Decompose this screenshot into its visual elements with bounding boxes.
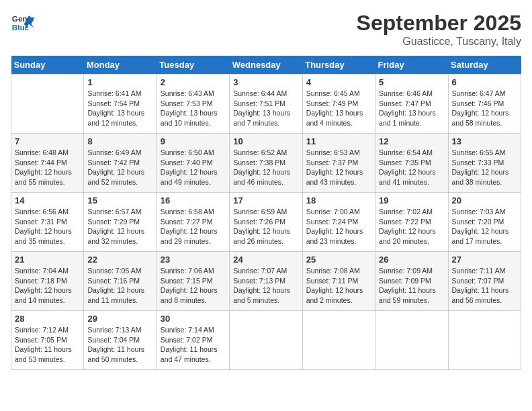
day-info: Sunrise: 7:13 AMSunset: 7:04 PMDaylight:… [87, 325, 152, 365]
day-number: 24 [233, 255, 298, 265]
calendar-cell: 16Sunrise: 6:58 AMSunset: 7:27 PMDayligh… [157, 193, 229, 252]
calendar-cell: 29Sunrise: 7:13 AMSunset: 7:04 PMDayligh… [84, 311, 157, 370]
calendar-cell: 8Sunrise: 6:49 AMSunset: 7:42 PMDaylight… [84, 134, 157, 193]
weekday-header: Thursday [302, 56, 375, 75]
day-info: Sunrise: 6:45 AMSunset: 7:49 PMDaylight:… [306, 89, 371, 128]
calendar-cell [302, 311, 375, 370]
day-number: 3 [233, 77, 298, 87]
day-number: 2 [161, 77, 226, 87]
day-info: Sunrise: 6:48 AMSunset: 7:44 PMDaylight:… [15, 148, 80, 187]
calendar-cell [448, 311, 521, 370]
day-number: 20 [452, 195, 517, 205]
day-number: 30 [161, 314, 226, 324]
calendar-cell: 10Sunrise: 6:52 AMSunset: 7:38 PMDayligh… [230, 134, 302, 193]
day-info: Sunrise: 7:02 AMSunset: 7:22 PMDaylight:… [379, 207, 444, 246]
calendar-cell: 2Sunrise: 6:43 AMSunset: 7:53 PMDaylight… [157, 75, 229, 134]
calendar-week-row: 28Sunrise: 7:12 AMSunset: 7:05 PMDayligh… [11, 311, 521, 370]
day-info: Sunrise: 6:58 AMSunset: 7:27 PMDaylight:… [161, 207, 226, 246]
day-number: 13 [452, 136, 517, 146]
calendar-cell: 27Sunrise: 7:11 AMSunset: 7:07 PMDayligh… [448, 252, 521, 311]
title-block: September 2025 Guasticce, Tuscany, Italy [357, 11, 521, 48]
day-info: Sunrise: 6:56 AMSunset: 7:31 PMDaylight:… [15, 207, 80, 246]
day-number: 7 [15, 136, 80, 146]
calendar-cell: 22Sunrise: 7:05 AMSunset: 7:16 PMDayligh… [84, 252, 157, 311]
day-number: 10 [233, 136, 298, 146]
day-info: Sunrise: 6:57 AMSunset: 7:29 PMDaylight:… [87, 207, 152, 246]
calendar-cell: 23Sunrise: 7:06 AMSunset: 7:15 PMDayligh… [157, 252, 229, 311]
calendar-cell: 20Sunrise: 7:03 AMSunset: 7:20 PMDayligh… [448, 193, 521, 252]
day-info: Sunrise: 7:08 AMSunset: 7:11 PMDaylight:… [306, 266, 371, 306]
calendar-cell: 6Sunrise: 6:47 AMSunset: 7:46 PMDaylight… [448, 75, 521, 134]
day-number: 21 [15, 255, 80, 265]
day-info: Sunrise: 7:06 AMSunset: 7:15 PMDaylight:… [161, 266, 226, 306]
calendar-cell: 5Sunrise: 6:46 AMSunset: 7:47 PMDaylight… [375, 75, 448, 134]
day-number: 12 [379, 136, 444, 146]
day-info: Sunrise: 6:43 AMSunset: 7:53 PMDaylight:… [161, 89, 226, 128]
day-info: Sunrise: 7:11 AMSunset: 7:07 PMDaylight:… [452, 266, 517, 306]
calendar-cell: 12Sunrise: 6:54 AMSunset: 7:35 PMDayligh… [375, 134, 448, 193]
day-number: 4 [306, 77, 371, 87]
day-info: Sunrise: 6:53 AMSunset: 7:37 PMDaylight:… [306, 148, 371, 187]
day-info: Sunrise: 6:44 AMSunset: 7:51 PMDaylight:… [233, 89, 298, 128]
day-info: Sunrise: 6:50 AMSunset: 7:40 PMDaylight:… [161, 148, 226, 187]
day-number: 25 [306, 255, 371, 265]
calendar-cell [375, 311, 448, 370]
calendar-cell: 15Sunrise: 6:57 AMSunset: 7:29 PMDayligh… [84, 193, 157, 252]
day-info: Sunrise: 7:03 AMSunset: 7:20 PMDaylight:… [452, 207, 517, 246]
day-info: Sunrise: 6:54 AMSunset: 7:35 PMDaylight:… [379, 148, 444, 187]
calendar-cell: 1Sunrise: 6:41 AMSunset: 7:54 PMDaylight… [84, 75, 157, 134]
day-number: 27 [452, 255, 517, 265]
weekday-header: Tuesday [157, 56, 229, 75]
calendar-cell: 30Sunrise: 7:14 AMSunset: 7:02 PMDayligh… [157, 311, 229, 370]
weekday-header: Monday [84, 56, 157, 75]
day-number: 18 [306, 195, 371, 205]
calendar-cell: 24Sunrise: 7:07 AMSunset: 7:13 PMDayligh… [230, 252, 302, 311]
weekday-header: Sunday [11, 56, 84, 75]
day-info: Sunrise: 7:04 AMSunset: 7:18 PMDaylight:… [15, 266, 80, 306]
weekday-header: Wednesday [230, 56, 302, 75]
day-number: 17 [233, 195, 298, 205]
calendar-table: SundayMondayTuesdayWednesdayThursdayFrid… [11, 56, 521, 370]
day-info: Sunrise: 7:14 AMSunset: 7:02 PMDaylight:… [161, 325, 226, 365]
calendar-cell: 28Sunrise: 7:12 AMSunset: 7:05 PMDayligh… [11, 311, 84, 370]
day-number: 11 [306, 136, 371, 146]
day-number: 5 [379, 77, 444, 87]
day-number: 22 [87, 255, 152, 265]
day-number: 14 [15, 195, 80, 205]
weekday-header: Saturday [448, 56, 521, 75]
calendar-cell: 7Sunrise: 6:48 AMSunset: 7:44 PMDaylight… [11, 134, 84, 193]
calendar-cell [230, 311, 302, 370]
day-info: Sunrise: 6:46 AMSunset: 7:47 PMDaylight:… [379, 89, 444, 128]
calendar-cell: 26Sunrise: 7:09 AMSunset: 7:09 PMDayligh… [375, 252, 448, 311]
calendar-cell [11, 75, 84, 134]
day-number: 9 [161, 136, 226, 146]
day-info: Sunrise: 6:52 AMSunset: 7:38 PMDaylight:… [233, 148, 298, 187]
day-number: 8 [87, 136, 152, 146]
day-number: 28 [15, 314, 80, 324]
calendar-cell: 19Sunrise: 7:02 AMSunset: 7:22 PMDayligh… [375, 193, 448, 252]
day-number: 29 [87, 314, 152, 324]
day-number: 16 [161, 195, 226, 205]
day-info: Sunrise: 7:07 AMSunset: 7:13 PMDaylight:… [233, 266, 298, 306]
month-title: September 2025 [357, 11, 521, 36]
day-number: 15 [87, 195, 152, 205]
weekday-header-row: SundayMondayTuesdayWednesdayThursdayFrid… [11, 56, 521, 75]
location-subtitle: Guasticce, Tuscany, Italy [357, 36, 521, 48]
day-info: Sunrise: 6:59 AMSunset: 7:26 PMDaylight:… [233, 207, 298, 246]
calendar-cell: 9Sunrise: 6:50 AMSunset: 7:40 PMDaylight… [157, 134, 229, 193]
calendar-week-row: 14Sunrise: 6:56 AMSunset: 7:31 PMDayligh… [11, 193, 521, 252]
day-number: 26 [379, 255, 444, 265]
calendar-cell: 11Sunrise: 6:53 AMSunset: 7:37 PMDayligh… [302, 134, 375, 193]
day-info: Sunrise: 7:09 AMSunset: 7:09 PMDaylight:… [379, 266, 444, 306]
logo-icon: General Blue [11, 11, 35, 35]
calendar-cell: 13Sunrise: 6:55 AMSunset: 7:33 PMDayligh… [448, 134, 521, 193]
day-info: Sunrise: 6:55 AMSunset: 7:33 PMDaylight:… [452, 148, 517, 187]
calendar-cell: 17Sunrise: 6:59 AMSunset: 7:26 PMDayligh… [230, 193, 302, 252]
calendar-cell: 21Sunrise: 7:04 AMSunset: 7:18 PMDayligh… [11, 252, 84, 311]
day-number: 23 [161, 255, 226, 265]
calendar-week-row: 7Sunrise: 6:48 AMSunset: 7:44 PMDaylight… [11, 134, 521, 193]
weekday-header: Friday [375, 56, 448, 75]
logo: General Blue [11, 11, 35, 35]
day-info: Sunrise: 7:12 AMSunset: 7:05 PMDaylight:… [15, 325, 80, 365]
calendar-cell: 3Sunrise: 6:44 AMSunset: 7:51 PMDaylight… [230, 75, 302, 134]
